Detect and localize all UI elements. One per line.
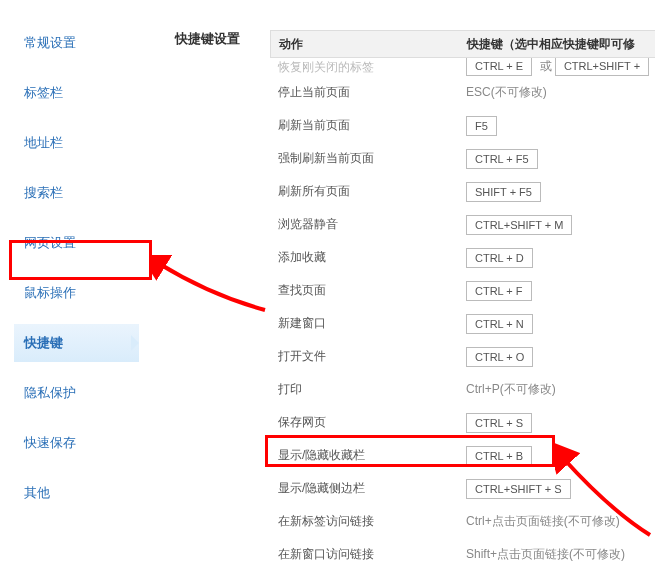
sidebar-item-9[interactable]: 其他 — [14, 474, 139, 512]
table-row: 在新窗口访问链接Shift+点击页面链接(不可修改) — [270, 538, 655, 571]
table-row: 显示/隐藏收藏栏CTRL + B — [270, 439, 655, 472]
cell-hotkey: SHIFT + F5 — [460, 182, 655, 202]
cell-action: 浏览器静音 — [270, 216, 460, 233]
cell-hotkey: CTRL+SHIFT + M — [460, 215, 655, 235]
hotkey-input[interactable]: CTRL + S — [466, 413, 532, 433]
table-header: 动作 快捷键（选中相应快捷键即可修 — [270, 30, 655, 58]
cell-action: 保存网页 — [270, 414, 460, 431]
cell-hotkey: F5 — [460, 116, 655, 136]
cell-action: 打开文件 — [270, 348, 460, 365]
section-title: 快捷键设置 — [175, 30, 240, 48]
cell-action: 刷新当前页面 — [270, 117, 460, 134]
cell-action: 查找页面 — [270, 282, 460, 299]
table-row: 保存网页CTRL + S — [270, 406, 655, 439]
sidebar-item-6[interactable]: 快捷键 — [14, 324, 139, 362]
hotkey-input[interactable]: CTRL+SHIFT + — [555, 58, 649, 76]
column-header-action: 动作 — [271, 36, 461, 53]
hotkey-readonly: ESC(不可修改) — [466, 85, 547, 99]
hotkey-table: 动作 快捷键（选中相应快捷键即可修 恢复刚关闭的标签CTRL + E 或 CTR… — [270, 30, 655, 571]
cell-hotkey: CTRL + D — [460, 248, 655, 268]
hotkey-input[interactable]: CTRL + O — [466, 347, 533, 367]
cell-action: 刷新所有页面 — [270, 183, 460, 200]
sidebar-item-8[interactable]: 快速保存 — [14, 424, 139, 462]
table-row: 刷新所有页面SHIFT + F5 — [270, 175, 655, 208]
hotkey-input[interactable]: CTRL + E — [466, 58, 532, 76]
cell-hotkey: Ctrl+点击页面链接(不可修改) — [460, 513, 655, 530]
hotkey-input[interactable]: CTRL + D — [466, 248, 533, 268]
cell-hotkey: CTRL + N — [460, 314, 655, 334]
settings-sidebar: 常规设置标签栏地址栏搜索栏网页设置鼠标操作快捷键隐私保护快速保存其他 — [14, 24, 139, 524]
cell-action: 恢复刚关闭的标签 — [270, 59, 460, 76]
cell-hotkey: CTRL + F5 — [460, 149, 655, 169]
table-row: 强制刷新当前页面CTRL + F5 — [270, 142, 655, 175]
sidebar-item-1[interactable]: 标签栏 — [14, 74, 139, 112]
cell-hotkey: Shift+点击页面链接(不可修改) — [460, 546, 655, 563]
cell-hotkey: CTRL + E 或 CTRL+SHIFT + — [460, 58, 655, 76]
hotkey-readonly: Ctrl+P(不可修改) — [466, 382, 556, 396]
cell-action: 在新标签访问链接 — [270, 513, 460, 530]
cell-action: 添加收藏 — [270, 249, 460, 266]
hotkey-input[interactable]: CTRL+SHIFT + M — [466, 215, 572, 235]
table-body: 恢复刚关闭的标签CTRL + E 或 CTRL+SHIFT +停止当前页面ESC… — [270, 58, 655, 571]
cell-hotkey: CTRL + O — [460, 347, 655, 367]
hotkey-input[interactable]: SHIFT + F5 — [466, 182, 541, 202]
annotation-arrow-1 — [150, 255, 270, 315]
sidebar-item-7[interactable]: 隐私保护 — [14, 374, 139, 412]
hotkey-input[interactable]: CTRL+SHIFT + S — [466, 479, 571, 499]
cell-action: 新建窗口 — [270, 315, 460, 332]
hotkey-readonly: Ctrl+点击页面链接(不可修改) — [466, 514, 620, 528]
column-header-hotkey: 快捷键（选中相应快捷键即可修 — [461, 36, 655, 53]
cell-hotkey: CTRL + F — [460, 281, 655, 301]
table-row: 打开文件CTRL + O — [270, 340, 655, 373]
table-row: 显示/隐藏侧边栏CTRL+SHIFT + S — [270, 472, 655, 505]
hotkey-input[interactable]: CTRL + F — [466, 281, 532, 301]
hotkey-input[interactable]: CTRL + B — [466, 446, 532, 466]
cell-action: 显示/隐藏收藏栏 — [270, 447, 460, 464]
hotkey-readonly: Shift+点击页面链接(不可修改) — [466, 547, 625, 561]
table-row: 在新标签访问链接Ctrl+点击页面链接(不可修改) — [270, 505, 655, 538]
cell-hotkey: Ctrl+P(不可修改) — [460, 381, 655, 398]
cell-hotkey: CTRL+SHIFT + S — [460, 479, 655, 499]
cell-hotkey: CTRL + S — [460, 413, 655, 433]
sidebar-item-0[interactable]: 常规设置 — [14, 24, 139, 62]
hotkey-joiner: 或 — [536, 59, 555, 73]
hotkey-input[interactable]: CTRL + F5 — [466, 149, 538, 169]
table-row: 新建窗口CTRL + N — [270, 307, 655, 340]
cell-action: 强制刷新当前页面 — [270, 150, 460, 167]
table-row: 浏览器静音CTRL+SHIFT + M — [270, 208, 655, 241]
cell-hotkey: CTRL + B — [460, 446, 655, 466]
table-row: 查找页面CTRL + F — [270, 274, 655, 307]
sidebar-item-4[interactable]: 网页设置 — [14, 224, 139, 262]
table-row: 刷新当前页面F5 — [270, 109, 655, 142]
table-row: 停止当前页面ESC(不可修改) — [270, 76, 655, 109]
cell-action: 停止当前页面 — [270, 84, 460, 101]
hotkey-input[interactable]: CTRL + N — [466, 314, 533, 334]
table-row: 打印Ctrl+P(不可修改) — [270, 373, 655, 406]
cell-action: 显示/隐藏侧边栏 — [270, 480, 460, 497]
table-row: 添加收藏CTRL + D — [270, 241, 655, 274]
cell-action: 打印 — [270, 381, 460, 398]
sidebar-item-2[interactable]: 地址栏 — [14, 124, 139, 162]
table-row: 恢复刚关闭的标签CTRL + E 或 CTRL+SHIFT + — [270, 58, 655, 76]
cell-action: 在新窗口访问链接 — [270, 546, 460, 563]
hotkey-input[interactable]: F5 — [466, 116, 497, 136]
cell-hotkey: ESC(不可修改) — [460, 84, 655, 101]
sidebar-item-3[interactable]: 搜索栏 — [14, 174, 139, 212]
sidebar-item-5[interactable]: 鼠标操作 — [14, 274, 139, 312]
